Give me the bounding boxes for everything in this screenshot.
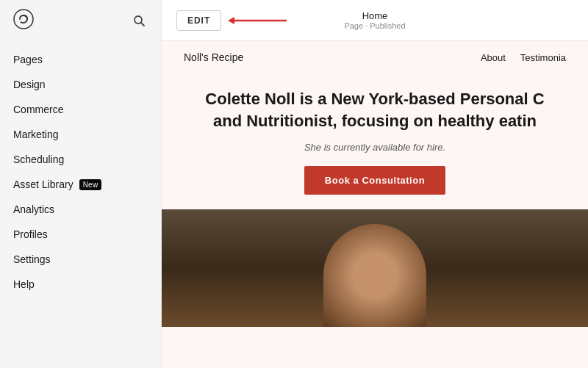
sidebar-item-design[interactable]: Design: [0, 72, 161, 97]
nav-about: About: [481, 52, 506, 63]
sidebar: Pages Design Commerce Marketing Scheduli…: [0, 0, 162, 368]
sidebar-item-scheduling[interactable]: Scheduling: [0, 147, 161, 172]
preview-image: [162, 209, 588, 327]
squarespace-logo: [13, 9, 34, 32]
cta-button[interactable]: Book a Consultation: [304, 166, 445, 195]
sidebar-item-profiles[interactable]: Profiles: [0, 222, 161, 247]
hero-subtitle: She is currently available for hire.: [184, 142, 566, 153]
search-button[interactable]: [130, 12, 148, 29]
sidebar-item-settings[interactable]: Settings: [0, 247, 161, 272]
sidebar-item-help[interactable]: Help: [0, 272, 161, 297]
sidebar-item-analytics[interactable]: Analytics: [0, 197, 161, 222]
svg-marker-4: [228, 17, 234, 24]
svg-point-0: [14, 10, 33, 29]
svg-line-2: [141, 23, 144, 26]
sidebar-item-marketing[interactable]: Marketing: [0, 122, 161, 147]
page-title: Home: [344, 10, 405, 21]
nav-testimonia: Testimonia: [520, 52, 566, 63]
page-subtitle: Page · Published: [344, 21, 405, 30]
preview-header: Noll's Recipe About Testimonia: [162, 41, 588, 73]
sidebar-nav: Pages Design Commerce Marketing Scheduli…: [0, 41, 161, 368]
sidebar-item-pages[interactable]: Pages: [0, 47, 161, 72]
edit-button[interactable]: EDIT: [176, 10, 221, 31]
site-name: Noll's Recipe: [184, 51, 243, 63]
hero-title: Colette Noll is a New York-based Persona…: [184, 88, 566, 131]
new-badge: New: [79, 179, 102, 190]
preview-area: Noll's Recipe About Testimonia Colette N…: [162, 41, 588, 368]
preview-navigation: About Testimonia: [481, 52, 566, 63]
page-info: Home Page · Published: [344, 10, 405, 30]
sidebar-item-commerce[interactable]: Commerce: [0, 97, 161, 122]
main-area: EDIT Home Page · Published Noll's Recipe…: [162, 0, 588, 368]
top-bar: EDIT Home Page · Published: [162, 0, 588, 41]
sidebar-item-asset-library[interactable]: Asset Library New: [0, 172, 161, 197]
person-image: [323, 224, 426, 327]
preview-hero: Colette Noll is a New York-based Persona…: [162, 73, 588, 195]
arrow-indicator: [224, 12, 290, 29]
sidebar-header: [0, 0, 161, 41]
